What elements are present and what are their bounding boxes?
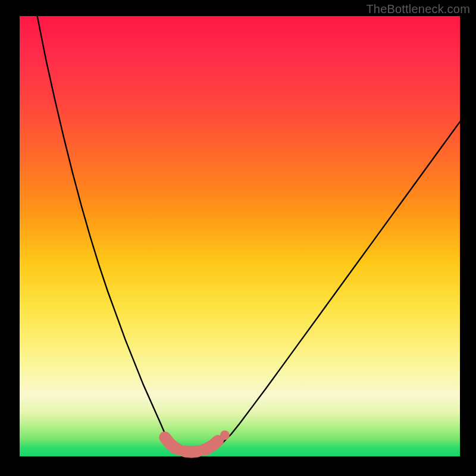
plot-area <box>20 16 460 456</box>
series-bottom-segment <box>165 437 218 452</box>
chart-frame: TheBottleneck.com <box>0 0 476 476</box>
chart-svg <box>20 16 460 456</box>
series-layer <box>37 16 460 452</box>
series-bottom-dot <box>220 430 230 440</box>
series-left-curve <box>37 16 172 447</box>
series-right-curve <box>218 122 460 448</box>
watermark-text: TheBottleneck.com <box>366 2 470 16</box>
